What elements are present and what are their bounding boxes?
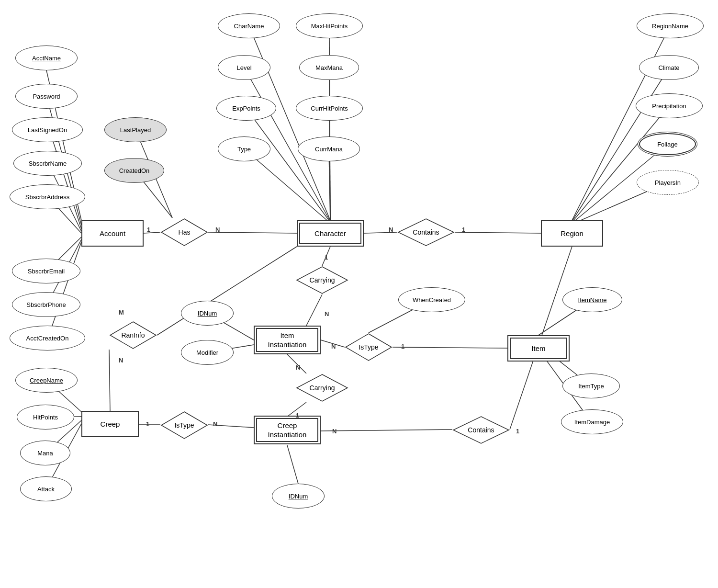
type-char-attr: Type: [218, 136, 270, 161]
carrying-bottom-relationship: Carrying: [296, 373, 348, 402]
exppoints-attr: ExpPoints: [216, 96, 276, 121]
attack-attr: Attack: [20, 476, 72, 501]
currmana-attr: CurrMana: [298, 136, 360, 161]
precipitation-attr: Precipitation: [636, 93, 703, 118]
hitpoints-attr: HitPoints: [17, 405, 74, 430]
region-entity: Region: [541, 220, 603, 247]
account-entity: Account: [81, 220, 144, 247]
svg-line-40: [109, 350, 110, 412]
mana-creep-attr: Mana: [20, 441, 70, 465]
svg-line-24: [572, 106, 669, 222]
has-relationship: Has: [160, 218, 208, 247]
svg-line-30: [393, 347, 507, 348]
svg-line-47: [321, 430, 452, 431]
itemname-attr: ItemName: [562, 287, 622, 312]
maxmana-attr: MaxMana: [299, 55, 359, 80]
istype-creep-card-n: N: [213, 420, 217, 428]
sbscrbr-phone-attr: SbscrbrPhone: [12, 292, 80, 317]
character-entity: Character: [297, 220, 364, 247]
contains-creep-card-1: 1: [516, 428, 519, 435]
svg-line-39: [157, 247, 297, 335]
acctname-attr: AcctName: [15, 45, 78, 70]
regionname-attr: RegionName: [637, 13, 704, 38]
charname-attr: CharName: [218, 13, 280, 38]
contains-region-relationship: Contains: [397, 218, 455, 247]
acctcreatedon-attr: AcctCreatedOn: [10, 326, 85, 351]
svg-line-20: [329, 108, 330, 222]
istype-creep-relationship: IsType: [160, 411, 208, 440]
itemdamage-attr: ItemDamage: [561, 409, 623, 434]
contains-creep-card-n: N: [332, 428, 337, 435]
has-card-1: 1: [147, 226, 150, 233]
creep-instantiation-entity: CreepInstantiation: [254, 416, 321, 444]
currhitpoints-attr: CurrHitPoints: [296, 96, 363, 121]
sbscrbrname-attr: SbscrbrName: [13, 151, 82, 176]
svg-line-1: [208, 232, 297, 233]
istype-creep-card-1: 1: [146, 420, 149, 428]
carrying-top-card-1: 1: [325, 254, 328, 261]
raninfo-card-m: M: [119, 309, 124, 316]
createdon-attr: CreatedOn: [104, 158, 164, 183]
carrying-top-relationship: Carrying: [296, 266, 348, 294]
svg-line-0: [144, 232, 160, 233]
idnum-item-attr: IDNum: [181, 301, 234, 326]
contains-card-1: 1: [462, 226, 465, 233]
svg-line-6: [49, 130, 81, 229]
modifier-attr: Modifier: [181, 340, 234, 365]
sbscrbr-email-attr: SbscrbrEmail: [12, 259, 80, 283]
istype-card-n: N: [331, 343, 336, 350]
svg-line-3: [455, 232, 541, 233]
svg-line-11: [48, 242, 81, 338]
whencreated-attr: WhenCreated: [398, 287, 465, 312]
carrying-bot-card-1: 1: [296, 412, 299, 419]
svg-line-28: [306, 294, 322, 326]
carrying-bot-card-n: N: [296, 364, 300, 371]
creepname-attr: CreepName: [15, 368, 78, 393]
lastplayed-attr: LastPlayed: [104, 117, 167, 142]
maxhitpoints-attr: MaxHitPoints: [296, 13, 363, 38]
climate-attr: Climate: [639, 55, 699, 80]
contains-creep-relationship: Contains: [452, 416, 510, 444]
item-entity: Item: [507, 335, 570, 362]
raninfo-card-n: N: [119, 357, 123, 364]
lastsignedon-attr: LastSignedOn: [12, 117, 83, 142]
item-instantiation-entity: ItemInstantiation: [254, 326, 321, 354]
svg-line-14: [249, 26, 330, 220]
istype-item-relationship: IsType: [345, 333, 393, 362]
foliage-attr: Foliage: [638, 132, 697, 157]
creep-entity: Creep: [81, 411, 139, 437]
contains-card-n: N: [389, 226, 393, 233]
has-card-n: N: [215, 226, 220, 233]
istype-card-1: 1: [401, 343, 404, 350]
level-attr: Level: [218, 55, 270, 80]
sbscrbraddress-attr: SbscrbrAddress: [10, 184, 85, 209]
er-diagram: Account Character Region Item ItemInstan…: [0, 0, 718, 588]
svg-line-16: [246, 108, 330, 222]
raninfo-relationship: RanInfo: [109, 321, 157, 350]
password-attr: Password: [15, 84, 78, 109]
svg-line-49: [287, 445, 298, 484]
carrying-top-card-n: N: [325, 310, 329, 317]
idnum-creep-attr: IDNum: [272, 484, 325, 509]
playersin-attr: PlayersIn: [637, 170, 699, 195]
itemtype-attr: ItemType: [562, 373, 620, 398]
